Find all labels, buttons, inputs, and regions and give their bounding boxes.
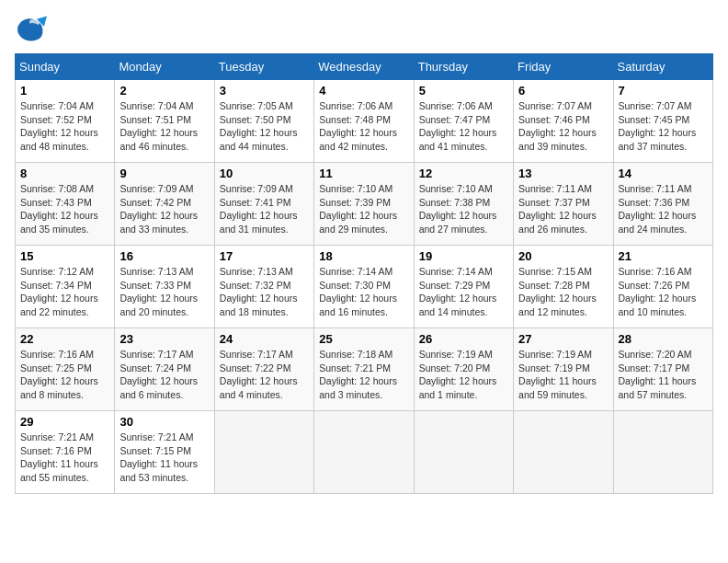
day-number: 25 [319,332,408,346]
calendar-day-cell: 6Sunrise: 7:07 AMSunset: 7:46 PMDaylight… [514,80,613,163]
calendar-day-cell: 11Sunrise: 7:10 AMSunset: 7:39 PMDayligh… [314,163,414,246]
day-number: 16 [119,249,209,263]
weekday-header: Tuesday [214,54,313,80]
day-number: 23 [119,332,209,346]
calendar-day-cell: 30Sunrise: 7:21 AMSunset: 7:15 PMDayligh… [115,411,214,494]
calendar-day-cell: 23Sunrise: 7:17 AMSunset: 7:24 PMDayligh… [115,328,214,411]
day-info: Sunrise: 7:09 AMSunset: 7:42 PMDaylight:… [119,182,209,236]
calendar-day-cell [514,411,613,494]
day-info: Sunrise: 7:07 AMSunset: 7:46 PMDaylight:… [518,99,608,154]
day-number: 28 [619,332,708,346]
calendar-day-cell: 24Sunrise: 7:17 AMSunset: 7:22 PMDayligh… [214,328,313,411]
calendar-day-cell: 22Sunrise: 7:16 AMSunset: 7:25 PMDayligh… [16,328,115,411]
calendar-day-cell: 14Sunrise: 7:11 AMSunset: 7:36 PMDayligh… [613,163,712,246]
calendar-body: 1Sunrise: 7:04 AMSunset: 7:52 PMDaylight… [16,80,713,494]
day-info: Sunrise: 7:04 AMSunset: 7:51 PMDaylight:… [119,99,209,154]
day-info: Sunrise: 7:10 AMSunset: 7:39 PMDaylight:… [319,182,408,236]
weekday-header: Sunday [16,54,115,80]
calendar-header: SundayMondayTuesdayWednesdayThursdayFrid… [16,54,713,80]
day-info: Sunrise: 7:16 AMSunset: 7:25 PMDaylight:… [20,348,109,402]
calendar-day-cell: 8Sunrise: 7:08 AMSunset: 7:43 PMDaylight… [16,163,115,246]
day-info: Sunrise: 7:20 AMSunset: 7:17 PMDaylight:… [619,348,708,402]
day-info: Sunrise: 7:19 AMSunset: 7:20 PMDaylight:… [419,348,508,402]
calendar-day-cell [214,411,313,494]
calendar-day-cell: 4Sunrise: 7:06 AMSunset: 7:48 PMDaylight… [314,80,414,163]
calendar-table: SundayMondayTuesdayWednesdayThursdayFrid… [15,53,713,494]
day-number: 13 [518,167,608,180]
calendar-day-cell: 25Sunrise: 7:18 AMSunset: 7:21 PMDayligh… [314,328,414,411]
day-info: Sunrise: 7:14 AMSunset: 7:29 PMDaylight:… [419,265,508,319]
weekday-header: Friday [514,54,613,80]
day-number: 14 [619,167,708,180]
calendar-week-row: 29Sunrise: 7:21 AMSunset: 7:16 PMDayligh… [16,411,713,494]
calendar-day-cell: 17Sunrise: 7:13 AMSunset: 7:32 PMDayligh… [214,246,313,328]
calendar-week-row: 15Sunrise: 7:12 AMSunset: 7:34 PMDayligh… [16,246,713,328]
logo [15,15,57,42]
calendar-day-cell: 12Sunrise: 7:10 AMSunset: 7:38 PMDayligh… [414,163,513,246]
weekday-header: Monday [115,54,214,80]
calendar-day-cell: 10Sunrise: 7:09 AMSunset: 7:41 PMDayligh… [214,163,313,246]
day-info: Sunrise: 7:06 AMSunset: 7:47 PMDaylight:… [419,99,508,154]
day-number: 12 [419,167,508,180]
day-number: 6 [518,84,608,98]
calendar-day-cell: 26Sunrise: 7:19 AMSunset: 7:20 PMDayligh… [414,328,513,411]
calendar-day-cell: 5Sunrise: 7:06 AMSunset: 7:47 PMDaylight… [414,80,513,163]
day-number: 30 [119,415,209,429]
day-number: 4 [319,84,408,98]
day-number: 7 [619,84,708,98]
calendar-week-row: 22Sunrise: 7:16 AMSunset: 7:25 PMDayligh… [16,328,713,411]
day-number: 26 [419,332,508,346]
calendar-week-row: 8Sunrise: 7:08 AMSunset: 7:43 PMDaylight… [16,163,713,246]
calendar-day-cell: 20Sunrise: 7:15 AMSunset: 7:28 PMDayligh… [514,246,613,328]
calendar-day-cell: 3Sunrise: 7:05 AMSunset: 7:50 PMDaylight… [214,80,313,163]
day-info: Sunrise: 7:21 AMSunset: 7:15 PMDaylight:… [119,431,209,485]
day-info: Sunrise: 7:16 AMSunset: 7:26 PMDaylight:… [619,265,708,319]
calendar-day-cell: 9Sunrise: 7:09 AMSunset: 7:42 PMDaylight… [115,163,214,246]
day-info: Sunrise: 7:18 AMSunset: 7:21 PMDaylight:… [319,348,408,402]
day-info: Sunrise: 7:09 AMSunset: 7:41 PMDaylight:… [220,182,309,236]
day-number: 21 [619,249,708,263]
day-info: Sunrise: 7:04 AMSunset: 7:52 PMDaylight:… [20,99,109,154]
day-info: Sunrise: 7:21 AMSunset: 7:16 PMDaylight:… [20,431,109,485]
day-number: 17 [220,249,309,263]
day-number: 27 [518,332,608,346]
day-info: Sunrise: 7:08 AMSunset: 7:43 PMDaylight:… [20,182,109,236]
day-info: Sunrise: 7:07 AMSunset: 7:45 PMDaylight:… [619,99,708,154]
day-number: 8 [20,167,109,180]
day-info: Sunrise: 7:10 AMSunset: 7:38 PMDaylight:… [419,182,508,236]
weekday-header: Wednesday [314,54,414,80]
weekday-header: Thursday [414,54,513,80]
calendar-day-cell: 27Sunrise: 7:19 AMSunset: 7:19 PMDayligh… [514,328,613,411]
page-header [15,15,713,42]
day-number: 15 [20,249,109,263]
calendar-day-cell: 18Sunrise: 7:14 AMSunset: 7:30 PMDayligh… [314,246,414,328]
day-info: Sunrise: 7:13 AMSunset: 7:33 PMDaylight:… [119,265,209,319]
day-info: Sunrise: 7:11 AMSunset: 7:36 PMDaylight:… [619,182,708,236]
logo-icon [15,15,51,42]
day-number: 1 [20,84,109,98]
calendar-day-cell: 29Sunrise: 7:21 AMSunset: 7:16 PMDayligh… [16,411,115,494]
day-number: 11 [319,167,408,180]
day-number: 18 [319,249,408,263]
day-info: Sunrise: 7:19 AMSunset: 7:19 PMDaylight:… [518,348,608,402]
calendar-day-cell: 19Sunrise: 7:14 AMSunset: 7:29 PMDayligh… [414,246,513,328]
day-info: Sunrise: 7:14 AMSunset: 7:30 PMDaylight:… [319,265,408,319]
calendar-day-cell: 21Sunrise: 7:16 AMSunset: 7:26 PMDayligh… [613,246,712,328]
calendar-day-cell: 15Sunrise: 7:12 AMSunset: 7:34 PMDayligh… [16,246,115,328]
calendar-day-cell: 1Sunrise: 7:04 AMSunset: 7:52 PMDaylight… [16,80,115,163]
calendar-day-cell: 13Sunrise: 7:11 AMSunset: 7:37 PMDayligh… [514,163,613,246]
calendar-day-cell: 2Sunrise: 7:04 AMSunset: 7:51 PMDaylight… [115,80,214,163]
day-number: 24 [220,332,309,346]
day-number: 3 [220,84,309,98]
day-number: 29 [20,415,109,429]
day-number: 19 [419,249,508,263]
calendar-day-cell: 7Sunrise: 7:07 AMSunset: 7:45 PMDaylight… [613,80,712,163]
day-info: Sunrise: 7:15 AMSunset: 7:28 PMDaylight:… [518,265,608,319]
calendar-day-cell [314,411,414,494]
calendar-week-row: 1Sunrise: 7:04 AMSunset: 7:52 PMDaylight… [16,80,713,163]
day-number: 5 [419,84,508,98]
day-info: Sunrise: 7:12 AMSunset: 7:34 PMDaylight:… [20,265,109,319]
day-info: Sunrise: 7:13 AMSunset: 7:32 PMDaylight:… [220,265,309,319]
day-info: Sunrise: 7:05 AMSunset: 7:50 PMDaylight:… [220,99,309,154]
day-number: 10 [220,167,309,180]
